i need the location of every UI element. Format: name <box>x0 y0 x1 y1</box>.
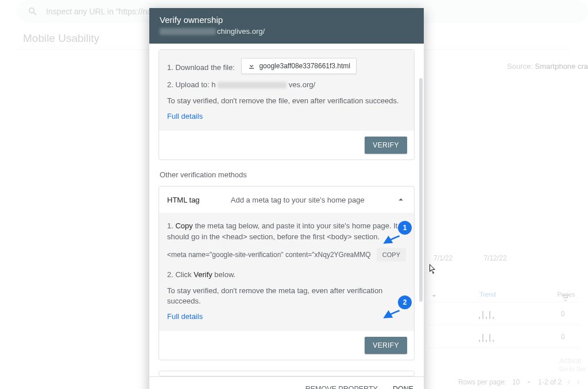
t: Copy <box>175 221 192 230</box>
annotation-badge-2: 2 <box>398 295 412 309</box>
dialog-header: Verify ownership chinglives.org/ <box>149 8 424 44</box>
method-name: HTML tag <box>167 196 200 204</box>
mouse-cursor-icon <box>430 264 438 274</box>
html-file-method-card: 1. Download the file: google3aff08e33786… <box>158 49 415 160</box>
meta-tag-code: <meta name="google-site-verification" co… <box>167 251 372 259</box>
full-details-link[interactable]: Full details <box>167 312 203 321</box>
step-upload-file: 2. Upload to: h ves.org/ <box>167 80 406 90</box>
dialog-subtitle: chinglives.org/ <box>160 27 413 36</box>
step2-prefix: 2. Upload to: h <box>167 80 216 89</box>
method-description: Add a meta tag to your site's home page <box>231 196 365 204</box>
step-click-verify: 2. Click Verify below. <box>167 270 406 280</box>
other-methods-label: Other verification methods <box>160 170 415 179</box>
t: Verify <box>194 270 212 279</box>
dialog-body: 1. Download the file: google3aff08e33786… <box>149 44 424 376</box>
verify-button[interactable]: VERIFY <box>365 137 407 154</box>
download-verification-file-button[interactable]: google3aff08e3378661f3.html <box>241 58 357 74</box>
verify-ownership-dialog: Verify ownership chinglives.org/ 1. Down… <box>149 8 424 389</box>
full-details-link[interactable]: Full details <box>167 112 203 120</box>
step1-label: 1. Download the file: <box>167 63 235 72</box>
redacted-text <box>160 28 216 35</box>
dialog-footer: REMOVE PROPERTY DONE <box>149 376 424 389</box>
step-copy-meta: 1. Copy the meta tag below, and paste it… <box>167 221 406 242</box>
step-download-file: 1. Download the file: google3aff08e33786… <box>167 58 406 74</box>
remove-property-button[interactable]: REMOVE PROPERTY <box>305 385 378 389</box>
domain-suffix: chinglives.org/ <box>217 27 265 36</box>
html-tag-method-card: HTML tag Add a meta tag to your site's h… <box>158 186 415 360</box>
t: the meta tag below, and paste it into yo… <box>167 221 397 240</box>
done-button[interactable]: DONE <box>393 385 413 389</box>
t: 2. Click <box>167 270 194 279</box>
scrollbar[interactable] <box>419 78 423 302</box>
verify-note: To stay verified, don't remove the meta … <box>167 286 406 306</box>
chevron-up-icon <box>396 194 406 205</box>
t: 1. <box>167 221 175 230</box>
annotation-badge-1: 1 <box>398 221 412 235</box>
redacted-text <box>218 82 287 88</box>
accordion-header[interactable]: HTML tag Add a meta tag to your site's h… <box>159 186 414 213</box>
file-name: google3aff08e3378661f3.html <box>259 62 350 70</box>
dialog-title: Verify ownership <box>160 15 413 25</box>
step2-suffix: ves.org/ <box>289 80 315 89</box>
verify-button[interactable]: VERIFY <box>365 337 407 354</box>
download-icon <box>247 62 256 70</box>
verify-note: To stay verified, don't remove the file,… <box>167 96 406 106</box>
t: below. <box>212 270 235 279</box>
next-method-peek <box>158 371 415 376</box>
